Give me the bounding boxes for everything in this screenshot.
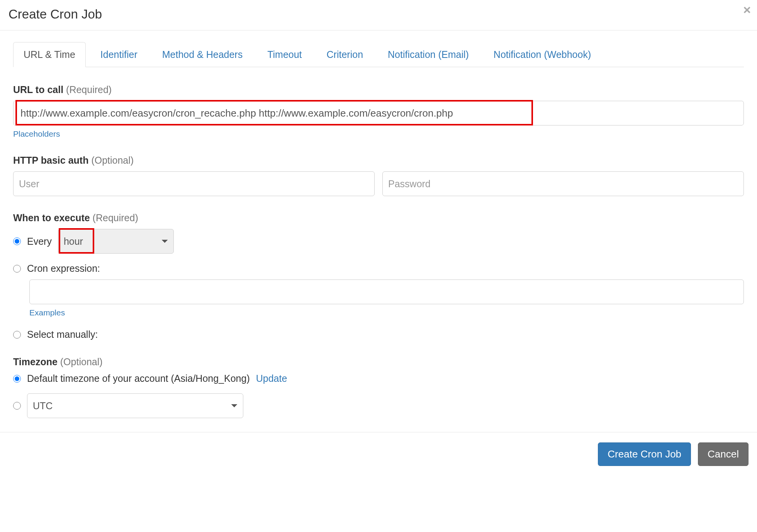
label-when-text: When to execute xyxy=(13,212,90,223)
tz-default-label: Default timezone of your account (Asia/H… xyxy=(27,373,250,384)
tab-method-headers[interactable]: Method & Headers xyxy=(152,42,253,67)
examples-link[interactable]: Examples xyxy=(29,308,65,317)
label-auth: HTTP basic auth (Optional) xyxy=(13,155,744,166)
label-when-suffix: (Required) xyxy=(93,212,138,223)
modal-header: Create Cron Job × xyxy=(0,0,757,30)
label-url: URL to call (Required) xyxy=(13,84,744,95)
close-icon[interactable]: × xyxy=(743,3,751,16)
cron-expression-input[interactable] xyxy=(29,280,744,304)
when-cron-row: Cron expression: xyxy=(13,263,744,274)
label-url-suffix: (Required) xyxy=(66,84,112,95)
label-tz-text: Timezone xyxy=(13,356,58,367)
tz-default-row: Default timezone of your account (Asia/H… xyxy=(13,373,744,384)
tabs: URL & Time Identifier Method & Headers T… xyxy=(13,42,744,67)
field-timezone: Timezone (Optional) Default timezone of … xyxy=(13,356,744,418)
manual-label: Select manually: xyxy=(27,329,98,340)
auth-pass-input[interactable] xyxy=(382,171,744,196)
tz-update-link[interactable]: Update xyxy=(256,373,287,384)
tab-timeout[interactable]: Timeout xyxy=(257,42,312,67)
radio-manual[interactable] xyxy=(13,331,21,339)
modal-title: Create Cron Job xyxy=(8,7,749,22)
tz-select[interactable]: UTC xyxy=(27,393,243,418)
every-label: Every xyxy=(27,236,52,247)
tab-criterion[interactable]: Criterion xyxy=(317,42,373,67)
label-tz: Timezone (Optional) xyxy=(13,356,744,368)
every-select[interactable]: hour xyxy=(58,229,174,254)
tab-notification-webhook[interactable]: Notification (Webhook) xyxy=(484,42,601,67)
tz-utc-row: UTC xyxy=(13,393,744,418)
create-cron-modal: Create Cron Job × URL & Time Identifier … xyxy=(0,0,757,476)
radio-every[interactable] xyxy=(13,237,21,245)
tab-url-time[interactable]: URL & Time xyxy=(13,42,86,67)
create-button[interactable]: Create Cron Job xyxy=(598,442,691,466)
modal-body: URL & Time Identifier Method & Headers T… xyxy=(0,30,757,432)
cron-label: Cron expression: xyxy=(27,263,100,274)
radio-cron[interactable] xyxy=(13,265,21,273)
when-every-row: Every hour xyxy=(13,229,744,254)
url-input[interactable] xyxy=(13,101,744,125)
label-tz-suffix: (Optional) xyxy=(60,356,103,367)
field-auth: HTTP basic auth (Optional) xyxy=(13,155,744,196)
field-when: When to execute (Required) Every hour Cr… xyxy=(13,212,744,340)
radio-tz-default[interactable] xyxy=(13,375,21,383)
field-url: URL to call (Required) Placeholders xyxy=(13,84,744,139)
label-auth-suffix: (Optional) xyxy=(91,155,134,166)
tab-notification-email[interactable]: Notification (Email) xyxy=(378,42,479,67)
cancel-button[interactable]: Cancel xyxy=(698,442,749,466)
when-manual-row: Select manually: xyxy=(13,329,744,340)
auth-user-input[interactable] xyxy=(13,171,375,196)
modal-footer: Create Cron Job Cancel xyxy=(0,432,757,476)
label-when: When to execute (Required) xyxy=(13,212,744,224)
label-url-text: URL to call xyxy=(13,84,63,95)
tab-identifier[interactable]: Identifier xyxy=(90,42,148,67)
label-auth-text: HTTP basic auth xyxy=(13,155,88,166)
placeholders-link[interactable]: Placeholders xyxy=(13,129,60,138)
radio-tz-utc[interactable] xyxy=(13,402,21,410)
